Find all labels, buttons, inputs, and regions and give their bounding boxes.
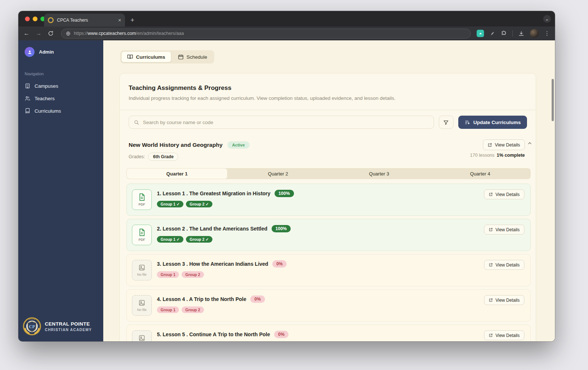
no-file-thumbnail: No file [132,260,152,280]
scrollbar-thumb[interactable] [552,79,554,121]
file-type-label: No file [137,273,147,276]
tab-quarter-4[interactable]: Quarter 4 [430,168,531,179]
user-avatar [25,47,35,57]
search-input[interactable] [143,120,429,125]
group-chip: Group 2 ✓ [186,236,212,243]
update-curriculums-button[interactable]: Update Curriculums [458,116,527,129]
page-title: Teaching Assignments & Progress [129,84,527,92]
tab-search-button[interactable]: ⌄ [543,15,551,23]
pen-extension-icon[interactable] [490,31,495,36]
view-details-label: View Details [495,262,520,268]
window-controls [25,17,45,21]
lesson-view-details-button[interactable]: View Details [484,260,524,270]
close-window-button[interactable] [25,17,30,21]
sidebar-section-label: Navigation [18,61,103,80]
url-text[interactable]: https://www.cpcateachers.com/en/admin/te… [74,31,184,36]
extensions-puzzle-icon[interactable] [501,30,507,37]
lesson-title: 4. Lesson 4 . A Trip to the North Pole [157,296,246,302]
lesson-title: 1. Lesson 1 . The Greatest Migration in … [157,191,270,196]
pdf-file-thumbnail[interactable]: PDF [132,225,152,245]
progress-pill: 0% [272,260,287,268]
course-view-details-button[interactable]: View Details [483,139,525,150]
search-icon [134,120,139,125]
progress-pill: 100% [272,225,291,232]
user-name-label: Admin [39,49,54,55]
tab-label: Schedule [187,54,207,60]
view-tabs: Curriculums Schedule [120,50,214,64]
tab-quarter-2[interactable]: Quarter 2 [227,168,329,179]
lesson-view-details-button[interactable]: View Details [484,295,524,305]
no-file-thumbnail: No file [132,330,152,341]
school-logo: CP CENTRAL POINTE CHRISTIAN ACADEMY [23,317,92,335]
view-details-label: View Details [495,142,520,148]
toolbar-extension-area: ⋮ [477,29,550,38]
group-chip: Group 2 [182,271,204,278]
sidebar-item-label: Teachers [35,96,55,101]
progress-pill: 100% [275,190,294,197]
reload-button[interactable] [48,30,54,36]
sidebar-item-curriculums[interactable]: Curriculums [18,105,103,117]
lesson-view-details-button[interactable]: View Details [484,225,524,235]
group-chip: Group 1 ✓ [157,236,183,243]
course-header: New World History and Geography Active G… [120,134,536,164]
minimize-window-button[interactable] [33,17,37,21]
view-details-label: View Details [495,227,520,232]
search-box[interactable] [129,116,434,129]
forward-button[interactable]: → [36,30,42,37]
book-open-icon [127,54,133,60]
quarter-tabs: Quarter 1 Quarter 2 Quarter 3 Quarter 4 [126,168,531,179]
tab-label: Curriculums [136,54,165,60]
pdf-file-thumbnail[interactable]: PDF [132,189,152,210]
tab-quarter-1[interactable]: Quarter 1 [126,168,227,179]
browser-tab[interactable]: CPCA Teachers × [44,14,125,26]
file-type-label: PDF [139,203,145,206]
assignments-card: Teaching Assignments & Progress Individu… [119,73,536,341]
external-link-icon [488,143,492,147]
group-chip: Group 2 ✓ [186,201,212,207]
sidebar-item-label: Campuses [35,83,58,89]
users-icon [25,95,31,101]
chevron-up-icon[interactable] [527,141,532,146]
sidebar-item-teachers[interactable]: Teachers [18,92,103,105]
sidebar-user[interactable]: Admin [18,40,103,61]
progress-pill: 0% [274,331,288,338]
downloads-icon[interactable] [518,30,524,37]
external-link-icon [489,263,493,267]
tab-schedule[interactable]: Schedule [172,51,213,62]
grade-badge: 6th Grade [148,153,178,161]
course-title: New World History and Geography [129,142,223,148]
lesson-row: No file 4. Lesson 4 . A Trip to the Nort… [126,289,531,322]
external-link-icon [489,228,493,232]
file-type-label: No file [137,308,147,312]
browser-profile-avatar[interactable] [530,29,539,38]
svg-text:CP: CP [29,324,35,329]
lesson-title: 3. Lesson 3 . How the American Indians L… [157,261,268,267]
teal-extension-icon[interactable] [477,30,484,37]
progress-pill: 0% [250,295,265,303]
site-favicon-icon [48,17,54,23]
external-link-icon [489,333,493,337]
tab-close-icon[interactable]: × [118,17,121,23]
grades-label: Grades: [129,154,145,159]
page-subtitle: Individual progress tracking for each as… [129,95,527,101]
school-crest-icon: CP [23,317,41,335]
school-name-line2: CHRISTIAN ACADEMY [45,328,92,332]
back-button[interactable]: ← [24,30,29,37]
filter-button[interactable] [439,116,453,129]
tab-curriculums[interactable]: Curriculums [121,51,171,62]
lesson-view-details-button[interactable]: View Details [484,330,524,340]
tab-quarter-3[interactable]: Quarter 3 [329,168,430,179]
lesson-row: PDF 2. Lesson 2 . The Land the Americans… [126,219,531,251]
address-bar[interactable]: https://www.cpcateachers.com/en/admin/te… [61,29,471,39]
main-panel: Curriculums Schedule Teaching Assignment… [103,40,555,341]
new-tab-button[interactable]: + [130,17,135,23]
calendar-icon [178,54,184,60]
no-file-thumbnail: No file [132,295,152,316]
course-stats: 170 lessons1% complete [470,153,525,158]
browser-menu-icon[interactable]: ⋮ [544,30,550,37]
lesson-title: 2. Lesson 2 . The Land the Americans Set… [157,226,268,232]
lesson-view-details-button[interactable]: View Details [484,189,524,199]
site-info-icon[interactable] [66,31,71,36]
browser-tab-strip: CPCA Teachers × + ⌄ [18,11,555,26]
sidebar-item-campuses[interactable]: Campuses [18,80,103,92]
